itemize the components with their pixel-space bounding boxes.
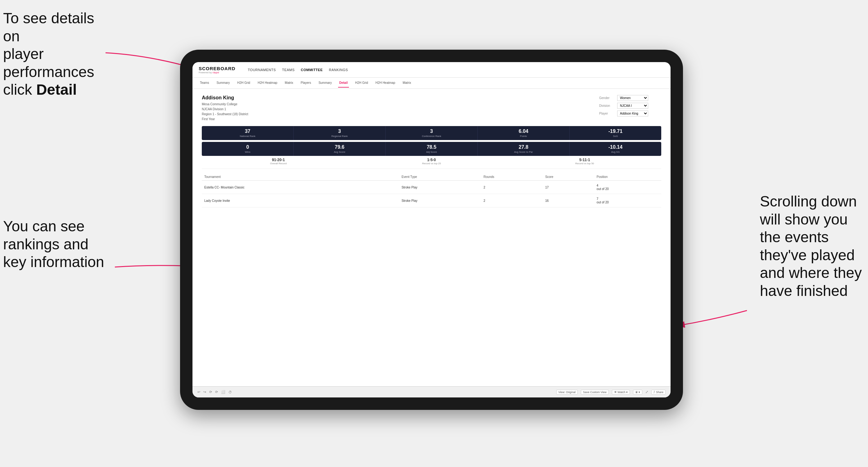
annotation-r-line2: will show you — [760, 211, 848, 227]
stat-label-adj-score: Adj Score — [387, 151, 476, 153]
stat-avg-sg: -10.14 Avg SG — [570, 142, 661, 156]
annotation-right: Scrolling down will show you the events … — [760, 192, 862, 300]
stat-label-wins: Wins — [203, 151, 292, 153]
annotation-bl-line2: rankings and — [3, 236, 89, 252]
stat-label-regional-rank: Regional Rank — [295, 135, 384, 137]
content-inner: Addison King Mesa Community College NJCA… — [192, 89, 671, 386]
record-value-top50: 5-11-1 — [508, 158, 661, 162]
subnav-summary[interactable]: Summary — [215, 79, 231, 88]
subnav-h2h-heatmap[interactable]: H2H Heatmap — [256, 79, 278, 88]
stat-value-wins: 0 — [203, 145, 292, 150]
division-row: Division NJCAA I NJCAA II — [599, 103, 661, 109]
app-header: SCOREBOARD Powered by clippd TOURNAMENTS… — [192, 62, 671, 77]
records-row: 91-20-1 Overall Record 1-5-0 Record vs t… — [202, 158, 661, 169]
tournament-extra-1 — [379, 181, 399, 194]
refresh-icon[interactable]: ⟳ — [209, 390, 212, 394]
stats-row-2: 0 Wins 79.6 Avg Score 78.5 Adj Score 27.… — [202, 142, 661, 156]
save-custom-view-button[interactable]: Save Custom View — [581, 390, 609, 395]
annotation-r-line6: have finished — [760, 283, 848, 299]
player-details-right: Gender Women Men Division NJCAA I NJCAA … — [599, 95, 661, 117]
stat-value-regional-rank: 3 — [295, 129, 384, 134]
stat-avg-score: 79.6 Avg Score — [294, 142, 385, 156]
annotation-r-line4: they've played — [760, 247, 855, 263]
subnav-h2h-grid[interactable]: H2H Grid — [236, 79, 251, 88]
player-row: Player Addison King — [599, 111, 661, 117]
player-label: Player — [599, 112, 615, 115]
expand-icon[interactable]: ⤢ — [645, 390, 648, 394]
bottom-toolbar: ↩ ↪ ⟳ ⟳ ⬜ ⏱ View: Original Save Custom V… — [192, 386, 671, 398]
nav-teams[interactable]: TEAMS — [282, 68, 294, 72]
stat-value-conference-rank: 3 — [387, 129, 476, 134]
stat-sos: -19.71 SoS — [570, 126, 661, 140]
gender-label: Gender — [599, 96, 615, 100]
timer-icon[interactable]: ⏱ — [228, 390, 232, 394]
stat-label-national-rank: National Rank — [203, 135, 292, 137]
subnav-h2h-grid2[interactable]: H2H Grid — [354, 79, 369, 88]
tournament-extra-2 — [379, 194, 399, 208]
annotation-r-line3: the events — [760, 229, 829, 245]
record-label-overall: Overall Record — [202, 162, 355, 165]
logo-powered: Powered by clippd — [199, 71, 235, 74]
tournament-name-2: Lady Coyote Invite — [202, 194, 379, 208]
record-label-top50: Record vs top 50 — [508, 162, 661, 165]
subnav-teams[interactable]: Teams — [199, 79, 210, 88]
record-top25: 1-5-0 Record vs top 25 — [355, 158, 508, 165]
stat-value-avg-score: 79.6 — [295, 145, 384, 150]
subnav-matrix[interactable]: Matrix — [283, 79, 294, 88]
subnav-h2h-heatmap2[interactable]: H2H Heatmap — [374, 79, 397, 88]
player-select[interactable]: Addison King — [617, 111, 648, 117]
player-details-left: Addison King Mesa Community College NJCA… — [202, 95, 248, 122]
record-value-overall: 91-20-1 — [202, 158, 355, 162]
watch-button[interactable]: 👁 Watch ▾ — [612, 390, 630, 395]
division-select[interactable]: NJCAA I NJCAA II — [617, 103, 648, 109]
col-score: Score — [542, 173, 594, 181]
stat-value-sos: -19.71 — [571, 129, 660, 134]
subnav-summary2[interactable]: Summary — [317, 79, 333, 88]
display-button[interactable]: 🖥 ▾ — [633, 390, 643, 395]
stat-label-avg-sg: Avg SG — [571, 151, 660, 153]
stat-points: 6.04 Points — [478, 126, 570, 140]
redo-icon[interactable]: ↪ — [203, 390, 206, 394]
gender-select[interactable]: Women Men — [617, 95, 648, 101]
stat-avg-score-par: 27.8 Avg Score to Par — [478, 142, 570, 156]
stat-value-points: 6.04 — [479, 129, 568, 134]
player-region: Region 1 - Southwest (18) District — [202, 113, 248, 116]
tournament-event-type-1: Stroke Play — [399, 181, 481, 194]
stat-label-points: Points — [479, 135, 568, 137]
record-value-top25: 1-5-0 — [355, 158, 508, 162]
view-original-button[interactable]: View: Original — [556, 390, 578, 395]
stat-wins: 0 Wins — [202, 142, 294, 156]
table-row: Lady Coyote Invite Stroke Play 2 16 7out… — [202, 194, 661, 208]
sub-nav: Teams Summary H2H Grid H2H Heatmap Matri… — [192, 77, 671, 89]
tournament-score-1: 17 — [542, 181, 594, 194]
subnav-detail[interactable]: Detail — [338, 79, 349, 88]
record-overall: 91-20-1 Overall Record — [202, 158, 355, 165]
stat-adj-score: 78.5 Adj Score — [385, 142, 477, 156]
tournament-position-1: 4out of 20 — [594, 181, 661, 194]
share-button[interactable]: ⤴ Share — [651, 390, 665, 395]
record-top50: 5-11-1 Record vs top 50 — [508, 158, 661, 165]
nav-rankings[interactable]: RANKINGS — [329, 68, 348, 72]
undo-icon[interactable]: ↩ — [197, 390, 200, 394]
gender-row: Gender Women Men — [599, 95, 661, 101]
annotation-line3-prefix: click — [3, 81, 36, 98]
col-tournament: Tournament — [202, 173, 379, 181]
stat-value-national-rank: 37 — [203, 129, 292, 134]
annotation-line2: player performances — [3, 45, 94, 80]
refresh2-icon[interactable]: ⟳ — [215, 390, 218, 394]
col-empty — [379, 173, 399, 181]
nav-committee[interactable]: COMMITTEE — [301, 68, 323, 72]
layout-icon[interactable]: ⬜ — [221, 390, 225, 394]
stat-label-avg-score-par: Avg Score to Par — [479, 151, 568, 153]
nav-tournaments[interactable]: TOURNAMENTS — [248, 68, 276, 72]
subnav-matrix2[interactable]: Matrix — [401, 79, 412, 88]
annotation-bl-line3: key information — [3, 254, 104, 270]
col-event-type: Event Type — [399, 173, 481, 181]
subnav-players[interactable]: Players — [300, 79, 312, 88]
table-row: Estella CC- Mountain Classic Stroke Play… — [202, 181, 661, 194]
stat-label-sos: SoS — [571, 135, 660, 137]
tournament-rounds-1: 2 — [481, 181, 543, 194]
stat-label-conference-rank: Conference Rank — [387, 135, 476, 137]
annotation-bl-line1: You can see — [3, 218, 85, 235]
stat-value-adj-score: 78.5 — [387, 145, 476, 150]
